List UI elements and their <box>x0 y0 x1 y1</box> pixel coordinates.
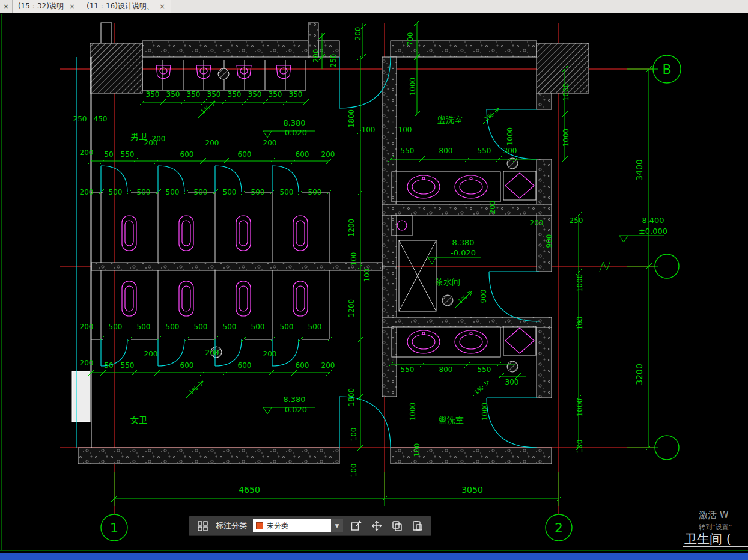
cad-text-label: 女卫 <box>130 415 147 425</box>
cad-text-label: 1% <box>199 104 211 115</box>
cad-text-label: 500 <box>137 188 151 196</box>
cad-text-label: 500 <box>194 188 208 196</box>
floor-plan[interactable]: B12 350350350350350350350350250450200男卫2… <box>0 13 748 553</box>
cad-text-label: 100 <box>350 464 358 478</box>
cad-text-label: 500 <box>109 188 123 196</box>
cad-text-label: 600 <box>296 361 309 370</box>
cad-text-label: 550 <box>401 365 415 374</box>
edit-annotation-button[interactable] <box>349 519 363 533</box>
chevron-down-icon[interactable]: ▼ <box>331 519 343 532</box>
grid-bubble-label: 2 <box>555 520 563 535</box>
cad-text-label: 4650 <box>239 485 260 495</box>
grid-bubble-label: 1 <box>110 520 118 535</box>
cad-text-label: 550 <box>121 361 135 370</box>
cad-text-label: 700 <box>406 32 415 46</box>
cad-text-label: 1% <box>457 294 468 305</box>
cad-text-label: 200 <box>144 350 158 358</box>
cad-text-label: 600 <box>238 150 252 159</box>
cad-text-label: 500 <box>251 323 265 331</box>
tab-shuoming[interactable]: (15：32)说明 × <box>12 0 81 13</box>
cad-text-label: 500 <box>166 188 180 196</box>
cad-text-label: 1200 <box>347 219 356 237</box>
cad-text-label: 200 <box>354 27 362 41</box>
cad-text-label: 100 <box>350 428 358 442</box>
cad-text-label: 300 <box>505 378 519 386</box>
cad-text-label: 250 <box>73 115 87 123</box>
cad-text-label: 500 <box>308 188 322 196</box>
category-grid-icon[interactable] <box>195 519 210 533</box>
drawing-labels: 350350350350350350350350250450200男卫20050… <box>73 27 731 546</box>
cad-text-label: 1% <box>483 111 494 122</box>
cad-text-label: 1800 <box>347 109 356 128</box>
cad-text-label: 200 <box>205 348 219 357</box>
annotation-toolbar: 标注分类 未分类 ▼ <box>189 516 431 536</box>
cad-text-label: 500 <box>280 188 294 196</box>
cad-text-label: 500 <box>109 323 123 331</box>
copy-button[interactable] <box>390 519 404 533</box>
annotation-category-label: 标注分类 <box>216 520 247 531</box>
cad-text-label: 100 <box>576 317 584 330</box>
cad-text-label: 500 <box>223 323 237 331</box>
cad-text-label: 1000 <box>409 403 417 421</box>
cad-text-label: 600 <box>180 150 194 159</box>
cad-text-label: 600 <box>180 361 194 370</box>
cad-text-label: 50 <box>104 361 113 370</box>
tab-close-icon[interactable]: × <box>69 2 75 11</box>
cad-text-label: 600 <box>238 361 252 370</box>
cad-text-label: 550 <box>478 365 491 374</box>
cad-text-label: 200 <box>144 139 158 147</box>
cad-text-label: 500 <box>223 188 237 196</box>
grid-bubble-label: B <box>662 62 671 77</box>
cad-text-label: -0.020 <box>282 128 307 137</box>
cad-text-label: 1000 <box>562 83 570 102</box>
cad-canvas[interactable]: B12 350350350350350350350350250450200男卫2… <box>0 13 748 553</box>
cad-text-label: 50 <box>104 150 113 159</box>
cad-text-label: 350 <box>289 90 303 99</box>
move-button[interactable] <box>369 519 384 533</box>
cad-text-label: 茶水间 <box>435 277 460 287</box>
category-dropdown[interactable]: 未分类 ▼ <box>253 519 343 532</box>
cad-text-label: 1000 <box>576 398 584 417</box>
cad-text-label: ±0.000 <box>639 227 667 236</box>
cad-text-label: 800 <box>439 147 453 155</box>
cad-text-label: -0.020 <box>282 405 307 414</box>
cad-text-label: 1800 <box>347 388 356 407</box>
tabbar-close-icon[interactable]: × <box>0 0 12 13</box>
cad-text-label: 200 <box>488 201 497 215</box>
cad-text-label: 550 <box>478 147 491 155</box>
sheet-frame <box>0 14 748 550</box>
cad-text-label: 200 <box>205 139 219 147</box>
cad-text-label: 450 <box>94 115 108 123</box>
cad-text-label: 8.380 <box>452 238 474 247</box>
cad-text-label: 200 <box>263 139 277 147</box>
tab-sheji-shuoming[interactable]: (11：16)设计说明、 × <box>81 0 171 13</box>
cad-text-label: 350 <box>248 90 262 99</box>
cad-text-label: 550 <box>121 150 135 159</box>
cad-text-label: 500 <box>280 323 294 331</box>
cad-text-label: 盥洗室 <box>437 115 463 124</box>
cad-text-label: 500 <box>308 323 322 331</box>
status-strip <box>0 553 748 560</box>
cad-text-label: 200 <box>321 361 335 370</box>
paste-button[interactable] <box>410 519 425 533</box>
cad-text-label: 1200 <box>347 299 356 318</box>
cad-text-label: 1000 <box>409 78 417 96</box>
cad-text-label: 500 <box>251 188 265 196</box>
cad-text-label: 1000 <box>481 403 489 421</box>
tab-close-icon[interactable]: × <box>159 2 165 11</box>
cad-text-label: 350 <box>207 90 221 99</box>
cad-text-label: 900 <box>479 290 488 303</box>
cad-text-label: 250 <box>329 54 338 68</box>
cad-text-label: 350 <box>187 90 201 99</box>
cad-text-label: 1000 <box>506 127 514 146</box>
category-dropdown-value: 未分类 <box>267 521 327 531</box>
cad-text-label: 100 <box>363 269 371 282</box>
cad-text-label: 100 <box>350 252 358 266</box>
cad-text-label: 350 <box>166 90 180 99</box>
cad-text-label: 200 <box>80 188 94 196</box>
tab-label: (15：32)说明 <box>18 1 64 11</box>
cad-text-label: 卫生间 ( <box>684 532 731 546</box>
cad-text-label: 8.400 <box>642 216 664 225</box>
cad-text-label: 1000 <box>562 129 570 147</box>
tab-label: (11：16)设计说明、 <box>87 1 154 11</box>
